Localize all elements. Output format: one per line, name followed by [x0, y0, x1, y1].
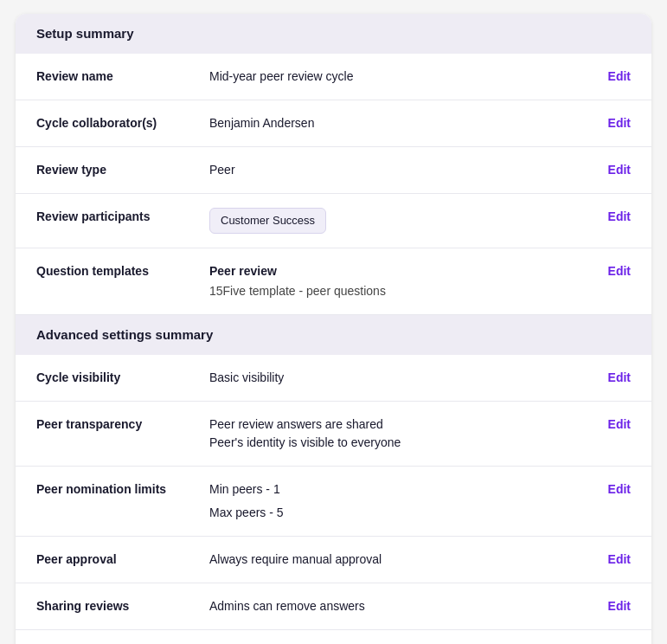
- review-type-row: Review type Peer Edit: [16, 147, 651, 194]
- review-participants-label: Review participants: [36, 208, 209, 223]
- review-name-edit[interactable]: Edit: [608, 68, 631, 83]
- review-type-value: Peer: [209, 161, 594, 179]
- review-participants-row: Review participants Customer Success Edi…: [16, 194, 651, 248]
- advanced-section-header: Advanced settings summary: [16, 315, 651, 355]
- review-participants-edit[interactable]: Edit: [608, 208, 631, 223]
- sharing-reviews-edit[interactable]: Edit: [608, 597, 631, 613]
- peer-nomination-value: Min peers - 1 Max peers - 5: [209, 480, 594, 522]
- sharing-reviews-row: Sharing reviews Admins can remove answer…: [16, 583, 651, 630]
- peer-transparency-value: Peer review answers are shared Peer's id…: [209, 415, 594, 452]
- sharing-reviews-value: Admins can remove answers: [209, 597, 594, 615]
- peer-nomination-min: Min peers - 1: [209, 480, 594, 499]
- peer-approval-edit[interactable]: Edit: [608, 551, 631, 566]
- setup-section-title: Setup summary: [36, 26, 134, 41]
- review-name-row: Review name Mid-year peer review cycle E…: [16, 54, 651, 100]
- peer-transparency-label: Peer transparency: [36, 415, 209, 431]
- customer-success-tag: Customer Success: [209, 208, 326, 234]
- peer-transparency-edit[interactable]: Edit: [608, 415, 631, 431]
- kickoff-email-row: Kickoff email Send kickoff email Edit: [16, 630, 651, 645]
- review-name-value: Mid-year peer review cycle: [209, 68, 594, 86]
- peer-transparency-line2: Peer's identity is visible to everyone: [209, 434, 594, 452]
- peer-approval-value: Always require manual approval: [209, 551, 594, 569]
- peer-nomination-max: Max peers - 5: [209, 504, 594, 522]
- collaborator-value: Benjamin Andersen: [209, 114, 594, 132]
- cycle-visibility-row: Cycle visibility Basic visibility Edit: [16, 355, 651, 402]
- peer-approval-row: Peer approval Always require manual appr…: [16, 537, 651, 583]
- collaborator-label: Cycle collaborator(s): [36, 114, 209, 130]
- peer-nomination-label: Peer nomination limits: [36, 480, 209, 496]
- setup-section-header: Setup summary: [16, 14, 651, 54]
- peer-nomination-row: Peer nomination limits Min peers - 1 Max…: [16, 467, 651, 537]
- question-templates-label: Question templates: [36, 262, 209, 278]
- cycle-visibility-edit[interactable]: Edit: [608, 369, 631, 384]
- cycle-visibility-label: Cycle visibility: [36, 369, 209, 384]
- review-name-label: Review name: [36, 68, 209, 83]
- question-templates-edit[interactable]: Edit: [608, 262, 631, 278]
- peer-transparency-line1: Peer review answers are shared: [209, 415, 594, 434]
- question-template-bold: Peer review: [209, 262, 594, 280]
- question-templates-value: Peer review 15Five template - peer quest…: [209, 262, 594, 300]
- peer-nomination-edit[interactable]: Edit: [608, 480, 631, 496]
- peer-approval-label: Peer approval: [36, 551, 209, 566]
- review-type-edit[interactable]: Edit: [608, 161, 631, 177]
- collaborator-edit[interactable]: Edit: [608, 114, 631, 130]
- review-type-label: Review type: [36, 161, 209, 177]
- collaborator-row: Cycle collaborator(s) Benjamin Andersen …: [16, 100, 651, 147]
- question-templates-row: Question templates Peer review 15Five te…: [16, 248, 651, 315]
- cycle-visibility-value: Basic visibility: [209, 369, 594, 387]
- summary-card: Setup summary Review name Mid-year peer …: [16, 14, 651, 644]
- peer-transparency-row: Peer transparency Peer review answers ar…: [16, 402, 651, 467]
- advanced-section-title: Advanced settings summary: [36, 327, 213, 342]
- question-template-sub: 15Five template - peer questions: [209, 282, 594, 300]
- sharing-reviews-label: Sharing reviews: [36, 597, 209, 613]
- review-participants-value: Customer Success: [209, 208, 594, 234]
